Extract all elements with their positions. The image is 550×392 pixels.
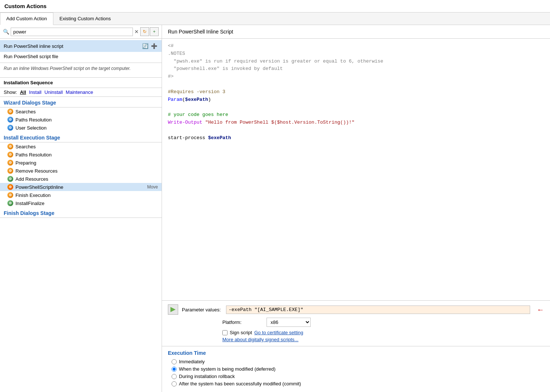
filter-maintenance[interactable]: Maintenance: [66, 89, 93, 95]
execution-time-title: Execution Time: [168, 350, 544, 356]
platform-label: Platform:: [222, 319, 263, 325]
radio-commit-label: After the system has been successfully m…: [179, 381, 301, 386]
search-bar: 🔍 ✕ ↻ +: [0, 25, 162, 39]
parameter-values-input[interactable]: [226, 306, 530, 314]
clear-search-button[interactable]: ✕: [134, 29, 139, 35]
install-searches-item[interactable]: ⚙ Searches: [0, 142, 162, 151]
install-paths-item[interactable]: ⚙ Paths Resolution: [0, 151, 162, 159]
code-line-13: start-process $exePath: [168, 134, 544, 142]
run-icon: [170, 307, 176, 312]
sign-script-label: Sign script: [230, 330, 252, 335]
install-powershell-icon: ⚙: [7, 184, 13, 190]
action-item-1[interactable]: Run PowerShell script file: [0, 52, 162, 61]
more-link-row: More about digitally signed scripts...: [168, 337, 544, 342]
install-paths-label: Paths Resolution: [15, 152, 52, 158]
main-content: 🔍 ✕ ↻ + Run PowerShell inline script: [0, 25, 550, 392]
install-powershell-item[interactable]: ⚙ PowerShellScriptInline Move: [0, 183, 162, 191]
install-finish-execution-label: Finish Execution: [15, 193, 50, 198]
add-button[interactable]: +: [150, 27, 159, 36]
radio-deferred-label: When the system is being modified (defer…: [179, 366, 275, 372]
search-input[interactable]: [11, 28, 133, 36]
wizard-paths-item[interactable]: ⚙ Paths Resolution: [0, 116, 162, 124]
install-add-resources-item[interactable]: ⚙ Add Resources: [0, 175, 162, 183]
radio-rollback: During installation rollback: [168, 374, 544, 379]
left-panel: 🔍 ✕ ↻ + Run PowerShell inline script: [0, 25, 162, 392]
cert-link[interactable]: Go to certificate setting: [254, 330, 303, 335]
sequence-list: Wizard Dialogs Stage ⚙ Searches ⚙ Paths …: [0, 97, 162, 392]
code-area[interactable]: <# .NOTES "pwsh.exe" is run if required …: [162, 39, 550, 301]
move-label: Move: [147, 184, 158, 190]
install-remove-resources-icon: ⚙: [7, 168, 13, 174]
wizard-user-selection-label: User Selection: [15, 125, 47, 131]
install-sequence-header: Installation Sequence: [0, 78, 162, 88]
install-execution-stage-header: Install Execution Stage: [0, 132, 162, 142]
filter-all[interactable]: All: [20, 89, 26, 95]
install-searches-icon: ⚙: [7, 144, 13, 149]
description-area: Run an inline Windows PowerShell script …: [0, 63, 162, 78]
code-line-1: <#: [168, 42, 544, 50]
code-line-12: [168, 127, 544, 134]
install-finish-execution-item[interactable]: ⚙ Finish Execution: [0, 191, 162, 199]
sign-script-checkbox[interactable]: [222, 330, 228, 335]
install-remove-resources-label: Remove Resources: [15, 168, 57, 174]
radio-immediately-label: Immediately: [179, 359, 205, 364]
wizard-user-selection-icon: ⚙: [7, 125, 13, 131]
install-install-finalize-item[interactable]: ⚙ InstallFinalize: [0, 199, 162, 207]
app-title: Custom Actions: [0, 0, 550, 13]
show-label: Show:: [4, 89, 17, 95]
tab-add-custom-action[interactable]: Add Custom Action: [0, 13, 53, 25]
filter-install[interactable]: Install: [29, 89, 42, 95]
code-line-6: [168, 81, 544, 88]
filter-uninstall[interactable]: Uninstall: [45, 89, 63, 95]
search-action-buttons: ↻ +: [140, 27, 159, 36]
install-finish-execution-icon: ⚙: [7, 192, 13, 198]
install-paths-icon: ⚙: [7, 152, 13, 158]
code-line-4: "powershell.exe" is invoked by default: [168, 65, 544, 73]
action-item-label-1: Run PowerShell script file: [4, 54, 58, 59]
parameters-section: Parameter values: ← Platform: x86 x64 An…: [162, 301, 550, 346]
radio-commit-input[interactable]: [172, 381, 177, 386]
action-item-label-0: Run PowerShell inline script: [4, 43, 63, 49]
install-preparing-icon: ⚙: [7, 160, 13, 166]
action-add-icon[interactable]: ➕: [150, 42, 158, 50]
radio-rollback-input[interactable]: [172, 374, 177, 379]
radio-deferred: When the system is being modified (defer…: [168, 366, 544, 372]
refresh-icon: ↻: [143, 29, 147, 34]
install-execution-items: ⚙ Searches ⚙ Paths Resolution ⚙ Preparin…: [0, 142, 162, 207]
code-line-10: # your code goes here: [168, 111, 544, 119]
right-panel-title: Run PowerShell Inline Script: [162, 25, 550, 39]
code-line-2: .NOTES: [168, 50, 544, 58]
sign-script-row: Sign script Go to certificate setting: [222, 330, 544, 335]
finish-divider: [0, 218, 162, 218]
radio-rollback-label: During installation rollback: [179, 374, 235, 379]
tabs-bar: Add Custom Action Existing Custom Action…: [0, 13, 550, 25]
radio-immediately-input[interactable]: [172, 359, 177, 364]
finish-dialogs-stage-header: Finish Dialogs Stage: [0, 207, 162, 218]
action-item-0[interactable]: Run PowerShell inline script 🔄 ➕: [0, 40, 162, 52]
action-edit-icon[interactable]: 🔄: [141, 42, 149, 50]
tab-existing-custom-actions[interactable]: Existing Custom Actions: [53, 13, 117, 25]
wizard-user-selection-item[interactable]: ⚙ User Selection: [0, 124, 162, 132]
wizard-searches-icon: ⚙: [7, 109, 13, 114]
execution-time-section: Execution Time Immediately When the syst…: [162, 346, 550, 392]
search-icon: 🔍: [3, 29, 9, 35]
install-add-resources-icon: ⚙: [7, 176, 13, 182]
radio-deferred-input[interactable]: [172, 367, 177, 372]
action-item-icons-0: 🔄 ➕: [141, 42, 158, 50]
parameter-values-row: Parameter values: ←: [168, 304, 544, 315]
install-preparing-item[interactable]: ⚙ Preparing: [0, 159, 162, 167]
actions-list: Run PowerShell inline script 🔄 ➕ Run Pow…: [0, 39, 162, 63]
more-link[interactable]: More about digitally signed scripts...: [222, 337, 299, 342]
platform-select[interactable]: x86 x64 Any: [267, 318, 311, 327]
code-line-5: #>: [168, 73, 544, 81]
code-line-7: #Requires -version 3: [168, 88, 544, 96]
radio-commit: After the system has been successfully m…: [168, 381, 544, 386]
install-powershell-label: PowerShellScriptInline: [15, 184, 63, 190]
wizard-searches-item[interactable]: ⚙ Searches: [0, 107, 162, 116]
install-remove-resources-item[interactable]: ⚙ Remove Resources: [0, 167, 162, 175]
refresh-button[interactable]: ↻: [140, 27, 149, 36]
run-button[interactable]: [168, 304, 178, 315]
wizard-paths-label: Paths Resolution: [15, 117, 52, 123]
show-filter: Show: All Install Uninstall Maintenance: [0, 88, 162, 97]
app-container: Custom Actions Add Custom Action Existin…: [0, 0, 550, 392]
